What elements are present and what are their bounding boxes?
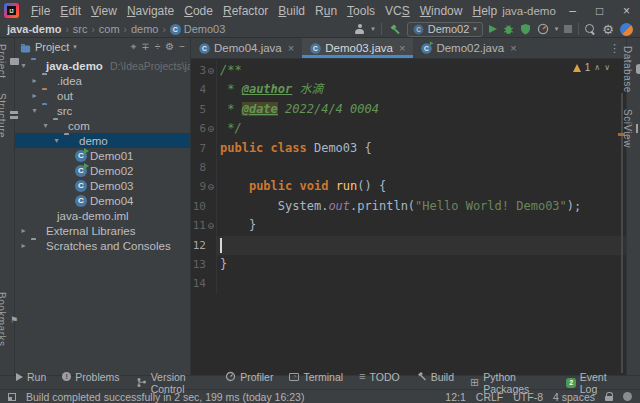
- tree-item-src[interactable]: ▾src: [15, 103, 190, 118]
- breadcrumb-item-demo[interactable]: demo: [131, 23, 159, 35]
- tree-chevron-icon[interactable]: ▾: [30, 106, 39, 115]
- fold-marker-icon[interactable]: −: [208, 184, 214, 190]
- menu-tools[interactable]: Tools: [342, 4, 380, 18]
- tree-item-java-demo[interactable]: ▾java-demoD:\IdeaProjects\java-demo: [15, 58, 190, 73]
- search-everywhere-icon[interactable]: [585, 24, 596, 35]
- code-line-8[interactable]: 8: [191, 158, 626, 177]
- tree-chevron-icon[interactable]: ▸: [19, 226, 28, 235]
- code-line-7[interactable]: 7public class Demo03 {: [191, 139, 626, 158]
- minimize-button[interactable]: –: [559, 0, 586, 21]
- maximize-button[interactable]: □: [586, 0, 613, 21]
- menu-run[interactable]: Run: [310, 4, 342, 18]
- tool-button-database[interactable]: Database: [622, 46, 640, 93]
- tree-item-com[interactable]: ▾com: [15, 118, 190, 133]
- tree-item-demo04[interactable]: CDemo04: [15, 193, 190, 208]
- tool-window-switcher-icon[interactable]: [8, 393, 16, 401]
- locate-file-icon[interactable]: ⌖: [131, 41, 137, 53]
- code-text[interactable]: */: [217, 119, 626, 138]
- tree-chevron-icon[interactable]: ▾: [19, 61, 28, 70]
- tab-close-icon[interactable]: ×: [510, 42, 516, 54]
- tree-chevron-icon[interactable]: ▸: [30, 91, 39, 100]
- code-text[interactable]: public class Demo03 {: [217, 139, 626, 158]
- tree-chevron-icon[interactable]: ▸: [30, 76, 39, 85]
- code-editor[interactable]: 3−/**4 * @author 水滴5 * @date 2022/4/4 00…: [191, 59, 626, 375]
- code-text[interactable]: }: [217, 255, 626, 274]
- tree-chevron-icon[interactable]: ▾: [41, 121, 50, 130]
- code-text[interactable]: * @author 水滴: [217, 80, 626, 99]
- run-button[interactable]: [489, 25, 497, 33]
- menu-help[interactable]: Help: [467, 4, 502, 18]
- expand-all-icon[interactable]: ∓: [141, 41, 149, 53]
- settings-gear-icon[interactable]: ⚙: [602, 23, 614, 36]
- code-line-11[interactable]: 11− }: [191, 216, 626, 235]
- tool-button-sciview[interactable]: SciView: [622, 109, 640, 148]
- tree-item-external-libraries[interactable]: ▸External Libraries: [15, 223, 190, 238]
- menu-navigate[interactable]: Navigate: [122, 4, 179, 18]
- tab-demo04-java[interactable]: CDemo04.java×: [191, 38, 302, 58]
- code-line-3[interactable]: 3−/**: [191, 61, 626, 80]
- run-with-coverage-icon[interactable]: [520, 23, 531, 35]
- tree-item-demo02[interactable]: CDemo02: [15, 163, 190, 178]
- run-configuration-select[interactable]: C Demo02 ▾: [407, 22, 483, 37]
- user-profile-icon[interactable]: [354, 24, 365, 35]
- code-line-9[interactable]: 9− public void run() {: [191, 177, 626, 196]
- tree-item-scratches-and-consoles[interactable]: ▸Scratches and Consoles: [15, 238, 190, 253]
- hide-panel-icon[interactable]: −: [179, 41, 185, 53]
- code-line-14[interactable]: 14: [191, 274, 626, 293]
- code-text[interactable]: * @date 2022/4/4 0004: [217, 100, 626, 119]
- tree-chevron-icon[interactable]: ▸: [19, 241, 28, 250]
- code-line-12[interactable]: 12: [191, 236, 626, 255]
- build-hammer-icon[interactable]: [388, 23, 401, 36]
- code-text[interactable]: System.out.println("Hello World! Demo03"…: [217, 197, 626, 216]
- tool-window-button-run[interactable]: Run: [8, 371, 54, 383]
- code-line-6[interactable]: 6− */: [191, 119, 626, 138]
- menu-build[interactable]: Build: [273, 4, 310, 18]
- code-text[interactable]: }: [217, 216, 626, 235]
- tree-item-out[interactable]: ▸out: [15, 88, 190, 103]
- collapse-all-icon[interactable]: ÷: [155, 41, 161, 53]
- profiler-icon[interactable]: [537, 23, 549, 35]
- tab-demo02-java[interactable]: CDemo02.java×: [413, 38, 524, 58]
- previous-warning-icon[interactable]: ∧: [594, 63, 600, 72]
- file-encoding[interactable]: UTF-8: [513, 391, 543, 403]
- code-text[interactable]: /**: [217, 61, 626, 80]
- code-line-4[interactable]: 4 * @author 水滴: [191, 80, 626, 99]
- breadcrumb-item-java-demo[interactable]: java-demo: [7, 23, 61, 35]
- breadcrumb-item-src[interactable]: src: [73, 23, 88, 35]
- next-warning-icon[interactable]: ∨: [604, 63, 610, 72]
- fold-marker-icon[interactable]: −: [208, 223, 214, 229]
- jetbrains-avatar-icon[interactable]: [620, 23, 633, 36]
- fold-marker-icon[interactable]: −: [208, 68, 214, 74]
- lock-icon[interactable]: [605, 392, 613, 401]
- fold-marker-icon[interactable]: −: [208, 126, 214, 132]
- code-text[interactable]: [217, 158, 626, 177]
- breadcrumb-item-demo03[interactable]: CDemo03: [170, 23, 226, 35]
- tool-window-button-problems[interactable]: !Problems: [54, 371, 127, 383]
- code-line-13[interactable]: 13}: [191, 255, 626, 274]
- code-area[interactable]: 3−/**4 * @author 水滴5 * @date 2022/4/4 00…: [191, 59, 626, 294]
- tab-demo03-java[interactable]: CDemo03.java×: [302, 38, 413, 58]
- tree-item-idea[interactable]: ▸.idea: [15, 73, 190, 88]
- panel-settings-gear-icon[interactable]: ⚙: [165, 41, 174, 53]
- chevron-down-icon[interactable]: ▾: [555, 25, 559, 33]
- tree-item-java-demo-iml[interactable]: java-demo.iml: [15, 208, 190, 223]
- line-separator[interactable]: CRLF: [476, 391, 503, 403]
- menu-file[interactable]: File: [26, 4, 55, 18]
- menu-refactor[interactable]: Refactor: [218, 4, 273, 18]
- debug-bug-icon[interactable]: [503, 23, 514, 35]
- code-text[interactable]: [217, 274, 626, 293]
- code-line-5[interactable]: 5 * @date 2022/4/4 0004: [191, 100, 626, 119]
- menu-edit[interactable]: Edit: [55, 4, 86, 18]
- tab-close-icon[interactable]: ×: [399, 42, 405, 54]
- project-panel-title[interactable]: Project ▾: [20, 41, 77, 53]
- menu-window[interactable]: Window: [415, 4, 468, 18]
- tree-item-demo[interactable]: ▾demo: [15, 133, 190, 148]
- close-button[interactable]: ×: [613, 0, 640, 21]
- inspection-widget[interactable]: 1 ∧ ∨: [573, 62, 610, 73]
- indent-setting[interactable]: 4 spaces: [553, 391, 595, 403]
- menu-vcs[interactable]: VCS: [380, 4, 415, 18]
- tree-item-demo03[interactable]: CDemo03: [15, 178, 190, 193]
- tree-chevron-icon[interactable]: ▾: [52, 136, 61, 145]
- caret-position[interactable]: 12:1: [445, 391, 465, 403]
- code-line-10[interactable]: 10 System.out.println("Hello World! Demo…: [191, 197, 626, 216]
